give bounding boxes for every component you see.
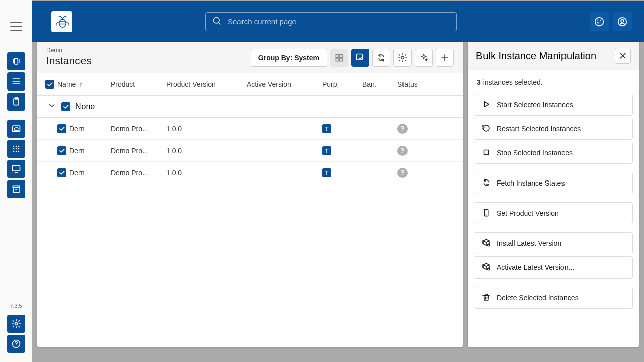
svg-point-9 <box>18 148 19 150</box>
start-instances-button[interactable]: Start Selected Instances <box>474 94 633 116</box>
row-checkbox[interactable] <box>57 146 66 155</box>
svg-point-5 <box>15 146 17 147</box>
table-header: Name ↑ Product Product Version Active Ve… <box>37 73 463 96</box>
rail-instances-icon[interactable] <box>7 52 25 70</box>
rail-settings-icon[interactable] <box>7 315 25 333</box>
rail-clipboard-icon[interactable] <box>7 93 25 111</box>
col-purp[interactable]: Purp. <box>322 80 362 88</box>
main-panel: Demo Instances Group By: System <box>37 42 463 347</box>
package-activate-icon <box>481 262 491 273</box>
play-icon <box>481 100 491 110</box>
trash-icon <box>481 293 491 303</box>
svg-point-23 <box>621 19 624 22</box>
row-product: Demo Pro… <box>111 147 166 155</box>
selection-count: 3 instances selected. <box>477 78 630 86</box>
purpose-badge: T <box>322 168 331 177</box>
row-product-version: 1.0.0 <box>166 147 247 155</box>
status-unknown-icon: ? <box>397 146 408 156</box>
account-button[interactable] <box>613 12 632 31</box>
rail-archive-icon[interactable] <box>7 180 25 198</box>
row-product: Demo Pro… <box>111 125 166 133</box>
col-product[interactable]: Product <box>111 80 166 88</box>
fetch-icon <box>481 178 491 189</box>
theme-button[interactable] <box>590 12 609 31</box>
search-input[interactable] <box>227 17 450 26</box>
menu-toggle[interactable] <box>10 20 22 32</box>
group-by-chip[interactable]: Group By: System <box>251 49 327 67</box>
svg-point-8 <box>15 148 17 150</box>
col-ban[interactable]: Ban. <box>362 80 397 88</box>
settings-button[interactable] <box>393 49 412 67</box>
restart-icon <box>481 124 491 134</box>
table-group-row[interactable]: None <box>37 96 463 118</box>
sync-button[interactable] <box>372 49 390 67</box>
view-grid-button[interactable] <box>330 49 348 67</box>
table-row[interactable]: DemDemo Pro…1.0.0T? <box>37 140 463 162</box>
activate-latest-button[interactable]: Activate Latest Version... <box>474 256 633 279</box>
svg-point-11 <box>15 151 17 152</box>
view-list-select-button[interactable] <box>351 49 369 67</box>
restart-instances-button[interactable]: Restart Selected Instances <box>474 118 633 140</box>
rail-help-icon[interactable] <box>7 335 25 353</box>
chevron-down-icon <box>47 101 56 112</box>
group-checkbox[interactable] <box>61 102 70 111</box>
svg-point-4 <box>13 146 14 147</box>
app-logo[interactable] <box>51 11 72 32</box>
stop-icon <box>481 148 491 158</box>
svg-rect-27 <box>340 58 343 61</box>
stop-instances-button[interactable]: Stop Selected Instances <box>474 142 633 164</box>
rail-apps-icon[interactable] <box>7 140 25 158</box>
row-product-version: 1.0.0 <box>166 125 247 133</box>
svg-rect-25 <box>340 54 343 57</box>
svg-point-20 <box>213 17 219 23</box>
install-latest-button[interactable]: Install Latest Version <box>474 232 633 254</box>
rail-cloud-icon[interactable] <box>7 120 25 138</box>
group-label: None <box>75 102 95 111</box>
svg-point-10 <box>13 151 14 152</box>
sort-asc-icon: ↑ <box>79 80 83 88</box>
app-version: 7.3.5 <box>10 303 22 309</box>
svg-point-6 <box>18 146 19 147</box>
add-button[interactable] <box>436 49 454 67</box>
search-box[interactable] <box>205 12 457 31</box>
sparkle-button[interactable] <box>415 49 433 67</box>
col-name[interactable]: Name <box>57 80 76 88</box>
status-unknown-icon: ? <box>397 124 408 134</box>
breadcrumb[interactable]: Demo <box>46 47 92 54</box>
table-row[interactable]: DemDemo Pro…1.0.0T? <box>37 118 463 140</box>
row-name: Dem <box>69 147 85 155</box>
topbar <box>32 1 644 42</box>
svg-point-12 <box>18 151 19 152</box>
svg-point-19 <box>59 19 66 27</box>
svg-point-18 <box>16 346 16 346</box>
purpose-badge: T <box>322 124 331 133</box>
row-checkbox[interactable] <box>57 124 66 133</box>
svg-point-16 <box>15 323 17 325</box>
package-install-icon <box>481 238 491 249</box>
nav-rail: 7.3.5 <box>0 0 32 362</box>
svg-point-21 <box>595 17 604 26</box>
set-version-button[interactable]: Set Product Version <box>474 202 633 224</box>
col-active-version[interactable]: Active Version <box>247 80 322 88</box>
svg-rect-13 <box>12 165 20 171</box>
table-row[interactable]: DemDemo Pro…1.0.0T? <box>37 162 463 184</box>
instances-table: Name ↑ Product Product Version Active Ve… <box>37 73 463 347</box>
row-product-version: 1.0.0 <box>166 169 247 177</box>
svg-point-29 <box>401 57 404 59</box>
status-unknown-icon: ? <box>397 168 408 178</box>
delete-instances-button[interactable]: Delete Selected Instances <box>474 287 633 309</box>
row-checkbox[interactable] <box>57 168 66 177</box>
svg-rect-24 <box>336 54 339 57</box>
page-title: Instances <box>46 55 92 67</box>
rail-list-icon[interactable] <box>7 72 25 90</box>
rail-monitor-icon[interactable] <box>7 160 25 178</box>
col-status[interactable]: Status <box>397 80 448 88</box>
col-product-version[interactable]: Product Version <box>166 80 247 88</box>
fetch-states-button[interactable]: Fetch Instance States <box>474 172 633 194</box>
bulk-panel-title: Bulk Instance Manipulation <box>476 50 596 62</box>
purpose-badge: T <box>322 146 331 155</box>
select-all-checkbox[interactable] <box>45 80 54 89</box>
close-button[interactable] <box>615 48 631 64</box>
svg-point-32 <box>487 244 490 246</box>
row-name: Dem <box>69 125 85 133</box>
